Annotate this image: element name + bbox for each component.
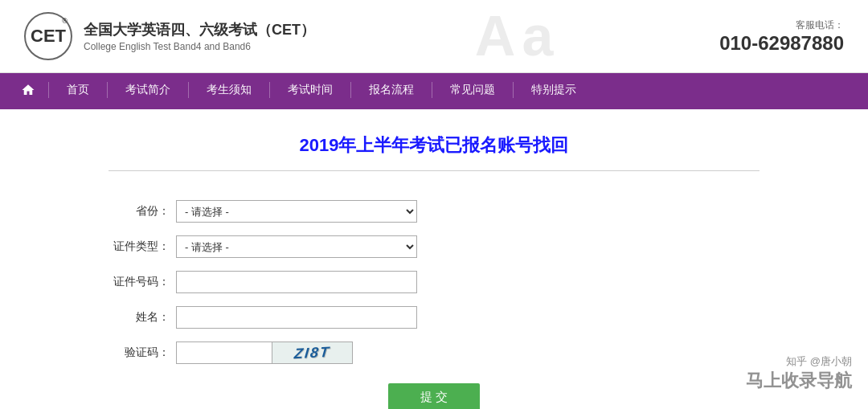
nav-item-flow[interactable]: 报名流程 [351,73,432,107]
captcha-label: 验证码： [108,335,173,370]
cet-logo: ® CET [24,12,72,60]
nav-item-notice[interactable]: 考生须知 [189,73,269,107]
phone-number: 010-62987880 [719,32,844,55]
province-row: 省份： - 请选择 - [108,194,760,229]
submit-row: 提 交 [108,383,760,409]
header-title-cn: 全国大学英语四、六级考试（CET） [84,20,315,39]
name-cell [173,300,760,335]
province-select[interactable]: - 请选择 - [176,200,417,223]
nav-item-home[interactable]: 首页 [49,73,107,107]
deco-letters: Aa [475,8,559,64]
name-label: 姓名： [108,300,173,335]
form-table: 省份： - 请选择 - 证件类型： - 请选择 - [108,194,760,370]
header-title-block: 全国大学英语四、六级考试（CET） College English Test B… [84,20,315,52]
header-logo-section: ® CET 全国大学英语四、六级考试（CET） College English … [24,12,315,60]
captcha-container: ZI8T [176,342,756,364]
logo-registered: ® [62,17,68,25]
main-navbar: 首页 考试简介 考生须知 考试时间 报名流程 常见问题 特别提示 [0,73,868,107]
header-deco: Aa [315,8,719,64]
main-content: 2019年上半年考试已报名账号找回 省份： - 请选择 - 证件类型： [92,109,776,409]
home-icon [21,83,35,97]
cert-no-cell [173,264,760,300]
nav-item-intro[interactable]: 考试简介 [108,73,188,107]
page-title: 2019年上半年考试已报名账号找回 [108,133,760,157]
cert-no-label: 证件号码： [108,264,173,300]
name-row: 姓名： [108,300,760,335]
captcha-image[interactable]: ZI8T [272,342,353,364]
account-recovery-form: 省份： - 请选择 - 证件类型： - 请选择 - [108,194,760,409]
submit-button[interactable]: 提 交 [388,383,480,409]
captcha-cell: ZI8T [173,335,760,370]
nav-item-faq[interactable]: 常见问题 [432,73,513,107]
captcha-display-text: ZI8T [293,343,331,362]
cert-type-cell: - 请选择 - [173,229,760,264]
title-divider [108,170,760,171]
nav-home-icon[interactable] [8,73,48,107]
cert-no-input[interactable] [176,271,417,293]
cert-type-label: 证件类型： [108,229,173,264]
captcha-input[interactable] [176,342,272,364]
logo-text: CET [31,27,66,45]
site-header: ® CET 全国大学英语四、六级考试（CET） College English … [0,0,868,73]
nav-item-time[interactable]: 考试时间 [270,73,350,107]
phone-label: 客服电话： [719,18,844,32]
captcha-row: 验证码： ZI8T [108,335,760,370]
province-cell: - 请选择 - [173,194,760,229]
cert-type-row: 证件类型： - 请选择 - [108,229,760,264]
header-title-en: College English Test Band4 and Band6 [84,41,315,52]
cert-type-select[interactable]: - 请选择 - [176,235,417,258]
province-label: 省份： [108,194,173,229]
nav-item-tips[interactable]: 特别提示 [514,73,594,107]
cert-no-row: 证件号码： [108,264,760,300]
name-input[interactable] [176,306,417,329]
header-contact: 客服电话： 010-62987880 [719,18,844,55]
